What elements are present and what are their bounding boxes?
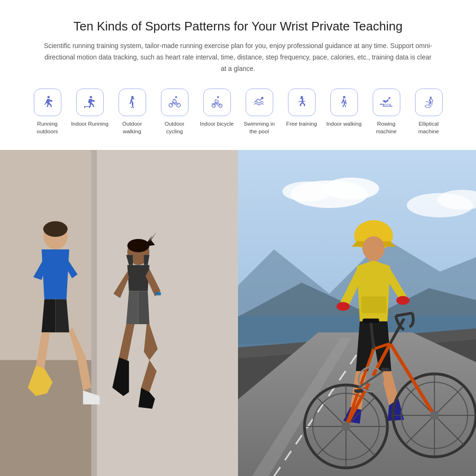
sport-icon-box-indoor [76, 89, 104, 116]
svg-point-14 [300, 96, 303, 99]
svg-point-35 [324, 178, 379, 199]
svg-point-5 [131, 96, 133, 99]
rowing-icon [379, 95, 394, 110]
running-outdoors-icon [40, 95, 55, 110]
sport-icon-box-elliptical [415, 89, 443, 116]
svg-point-72 [341, 422, 350, 431]
svg-point-17 [343, 96, 345, 99]
indoor-running-icon [82, 95, 98, 110]
svg-point-45 [337, 302, 350, 311]
svg-point-36 [282, 181, 332, 201]
sport-icon-box-free [288, 89, 316, 116]
sport-label-swimming: Swimming in the pool [240, 120, 278, 135]
svg-point-20 [430, 97, 432, 99]
svg-point-42 [363, 236, 385, 260]
sport-item-indoor-running: Indoor Running [71, 89, 109, 128]
svg-line-23 [432, 100, 433, 105]
sport-icon-box-indoor-bike [203, 89, 231, 116]
outdoor-cycling-icon [167, 95, 182, 110]
sport-item-indoor-walking: Indoor walking [325, 89, 363, 128]
outdoor-walking-icon [125, 95, 140, 110]
svg-rect-27 [91, 150, 97, 476]
svg-point-6 [175, 96, 177, 98]
indoor-bicycle-icon [209, 95, 225, 110]
svg-point-29 [43, 221, 68, 237]
sport-icon-box-swimming [246, 89, 273, 116]
sport-item-outdoor-cycling: Outdoor cycling [156, 89, 193, 135]
sport-label-free-training: Free training [286, 120, 317, 128]
sport-label-elliptical: Elliptical machine [410, 120, 447, 135]
description: Scientific running training system, tail… [43, 40, 433, 74]
sport-item-rowing: Rowing machine [367, 89, 405, 135]
sport-icon-box-indoor-walking [330, 89, 358, 116]
sport-label-indoor-bicycle: Indoor bicycle [200, 120, 234, 128]
top-section: Ten Kinds of Sports Patterns for Your Wr… [0, 0, 476, 150]
sport-label-outdoor-walking: Outdoor walking [113, 120, 151, 135]
svg-line-22 [431, 99, 433, 100]
main-title: Ten Kinds of Sports Patterns for Your Wr… [29, 19, 447, 34]
sport-icon-box-walking [119, 89, 146, 116]
svg-rect-71 [381, 367, 390, 371]
sport-item-elliptical: Elliptical machine [410, 89, 447, 135]
svg-rect-44 [361, 296, 386, 313]
sport-item-running-outdoors: Running outdoors [29, 89, 66, 135]
svg-rect-70 [354, 389, 363, 393]
indoor-walking-icon [337, 95, 352, 110]
svg-rect-3 [84, 106, 85, 108]
sport-label-indoor-walking: Indoor walking [326, 120, 361, 128]
svg-rect-26 [91, 150, 238, 476]
sport-label-rowing: Rowing machine [367, 120, 405, 135]
sport-item-indoor-bicycle: Indoor bicycle [198, 89, 236, 128]
sport-item-free-training: Free training [283, 89, 320, 128]
runners-svg [0, 150, 238, 476]
svg-rect-32 [156, 292, 161, 295]
page-wrapper: Ten Kinds of Sports Patterns for Your Wr… [0, 0, 476, 476]
images-row [0, 150, 476, 476]
svg-rect-64 [363, 318, 379, 323]
svg-point-0 [47, 96, 50, 99]
svg-rect-4 [89, 106, 90, 108]
right-image [238, 150, 476, 476]
svg-point-46 [396, 296, 409, 305]
svg-point-18 [388, 97, 390, 99]
sport-icon-box-cycling [161, 89, 188, 116]
sport-item-swimming: Swimming in the pool [240, 89, 278, 135]
svg-point-21 [425, 105, 431, 108]
svg-point-73 [430, 411, 439, 420]
sport-label-running-outdoors: Running outdoors [29, 120, 66, 135]
left-image [0, 150, 238, 476]
sport-label-indoor-running: Indoor Running [71, 120, 109, 128]
svg-point-1 [89, 96, 92, 99]
sport-item-outdoor-walking: Outdoor walking [113, 89, 151, 135]
svg-point-9 [217, 96, 219, 98]
sport-label-outdoor-cycling: Outdoor cycling [156, 120, 193, 135]
cyclist-svg [238, 150, 476, 476]
icons-row: Running outdoors Indoor Running [29, 89, 447, 135]
elliptical-machine-icon [421, 95, 436, 110]
sport-icon-box-rowing [373, 89, 400, 116]
swimming-icon [252, 95, 267, 110]
svg-point-19 [380, 104, 381, 105]
sport-icon-box [34, 89, 61, 116]
free-training-icon [294, 95, 309, 110]
